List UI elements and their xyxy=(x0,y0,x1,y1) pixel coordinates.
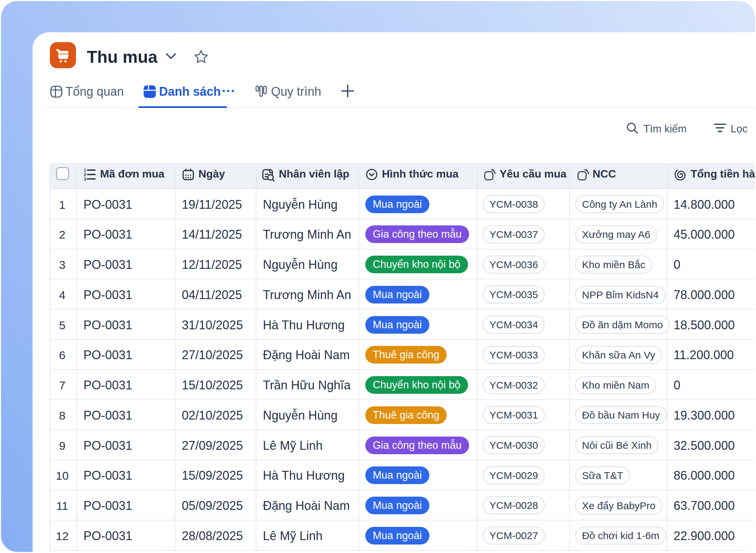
svg-text:3: 3 xyxy=(84,177,86,181)
